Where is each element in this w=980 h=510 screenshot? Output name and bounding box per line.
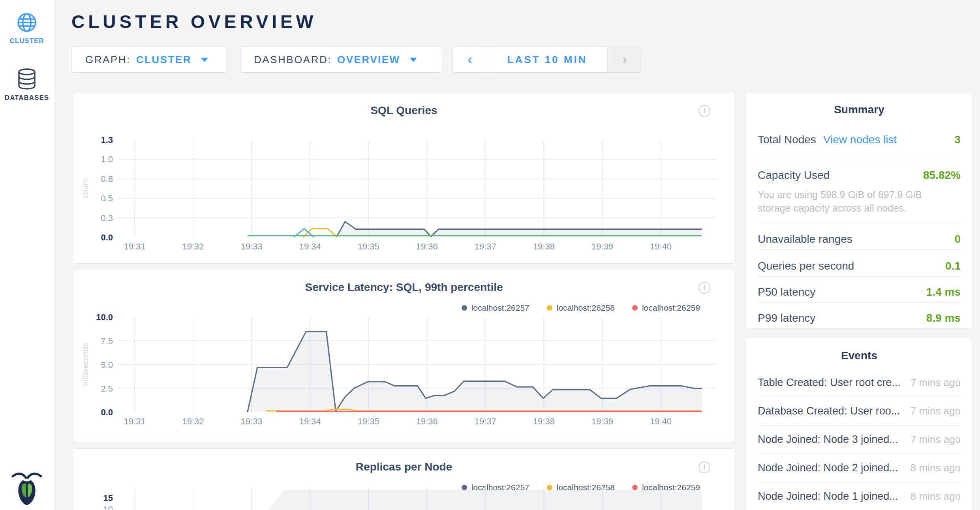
event-time: 7 mins ago	[903, 405, 961, 417]
divider	[758, 158, 961, 158]
summary-panel: Summary Total Nodes View nodes list 3 Ca…	[745, 92, 973, 329]
event-text: Node Joined: Node 1 joined...	[758, 490, 898, 502]
capacity-subtext: You are using 598.9 GiB of 697.9 GiB sto…	[758, 188, 943, 215]
svg-text:19:35: 19:35	[358, 416, 379, 426]
time-range-selector: ‹ LAST 10 MIN ›	[452, 47, 642, 73]
event-row[interactable]: Node Joined: Node 3 joined... 7 mins ago	[758, 425, 961, 454]
sidebar: CLUSTER DATABASES	[0, 0, 54, 510]
summary-row-p50: P50 latency 1.4 ms	[758, 283, 961, 302]
svg-text:19:34: 19:34	[299, 242, 321, 251]
svg-text:0.0: 0.0	[101, 232, 113, 242]
svg-text:0.5: 0.5	[101, 193, 113, 203]
event-text: Database Created: User roo...	[758, 405, 900, 417]
cockroach-bug-icon	[11, 471, 42, 505]
sidebar-item-cluster[interactable]: CLUSTER	[0, 12, 54, 45]
database-icon	[16, 68, 38, 90]
svg-text:10: 10	[103, 504, 113, 510]
event-row[interactable]: Node Joined: Node 2 joined... 8 mins ago	[758, 454, 961, 482]
graph-dropdown-value: CLUSTER	[136, 54, 191, 66]
time-range-button[interactable]: LAST 10 MIN	[487, 47, 608, 72]
summary-row-total-nodes: Total Nodes View nodes list 3	[758, 130, 961, 149]
replicas-per-node-panel: Replicas per Node ! localhost:26257 loca…	[73, 448, 735, 510]
svg-text:19:34: 19:34	[299, 416, 321, 426]
globe-icon	[16, 12, 38, 33]
dashboard-dropdown[interactable]: DASHBOARD: OVERVIEW	[240, 47, 442, 73]
svg-text:19:32: 19:32	[182, 416, 204, 426]
svg-text:milliseconds: milliseconds	[81, 343, 90, 386]
sidebar-item-label: DATABASES	[0, 94, 54, 102]
svg-text:5.0: 5.0	[101, 360, 113, 370]
svg-text:19:38: 19:38	[533, 242, 555, 251]
event-row[interactable]: Database Created: User roo... 7 mins ago	[758, 397, 961, 425]
replicas-per-node-chart: 1015	[73, 449, 736, 510]
event-time: 8 mins ago	[903, 490, 961, 502]
svg-text:19:36: 19:36	[416, 416, 438, 426]
svg-text:0.3: 0.3	[101, 213, 113, 223]
summary-row-label: Total Nodes	[758, 133, 816, 146]
event-time: 7 mins ago	[903, 377, 961, 389]
graph-dropdown[interactable]: GRAPH: CLUSTER	[71, 47, 227, 73]
svg-text:7.5: 7.5	[101, 336, 113, 346]
summary-row-qps: Queries per second 0.1	[758, 257, 961, 276]
dashboard-dropdown-label: DASHBOARD:	[254, 54, 332, 66]
svg-text:19:40: 19:40	[650, 242, 672, 251]
svg-text:19:32: 19:32	[182, 242, 204, 251]
svg-text:19:36: 19:36	[416, 242, 438, 251]
svg-text:19:33: 19:33	[241, 242, 263, 251]
service-latency-chart: 0.02.55.07.510.019:3119:3219:3319:3419:3…	[73, 269, 736, 442]
summary-row-label: Capacity Used	[758, 169, 830, 182]
time-prev-button[interactable]: ‹	[453, 47, 487, 72]
summary-row-label: Unavailable ranges	[758, 233, 852, 246]
event-text: Node Joined: Node 3 joined...	[758, 433, 898, 446]
summary-row-label: P50 latency	[758, 286, 815, 298]
svg-text:19:39: 19:39	[591, 242, 613, 251]
event-text: Node Joined: Node 2 joined...	[758, 462, 898, 474]
svg-text:count: count	[81, 179, 90, 198]
event-row[interactable]: Table Created: User root cre... 7 mins a…	[758, 368, 961, 397]
summary-row-label: P99 latency	[758, 312, 815, 324]
svg-text:19:31: 19:31	[124, 242, 145, 251]
dashboard-dropdown-value: OVERVIEW	[337, 54, 400, 66]
event-text: Table Created: User root cre...	[758, 377, 901, 389]
divider	[758, 249, 961, 250]
sql-queries-chart: 0.00.30.50.81.01.319:3119:3219:3319:3419…	[73, 92, 736, 264]
svg-text:19:33: 19:33	[241, 416, 263, 426]
graph-dropdown-label: GRAPH:	[85, 54, 131, 66]
sidebar-item-databases[interactable]: DATABASES	[0, 68, 54, 102]
divider	[758, 302, 961, 303]
divider	[758, 276, 961, 277]
cockroach-logo[interactable]	[0, 471, 54, 507]
svg-text:1.0: 1.0	[101, 154, 113, 164]
time-next-button[interactable]: ›	[608, 47, 642, 72]
summary-row-value: 85.82%	[923, 169, 961, 182]
svg-text:19:35: 19:35	[358, 242, 379, 251]
svg-text:2.5: 2.5	[101, 384, 113, 394]
svg-text:0.8: 0.8	[101, 174, 113, 184]
summary-row-value: 8.9 ms	[926, 312, 961, 324]
summary-row-label: Queries per second	[758, 260, 854, 272]
summary-row-capacity: Capacity Used 85.82%	[758, 166, 961, 185]
chevron-down-icon	[410, 58, 417, 62]
svg-text:15: 15	[103, 493, 113, 503]
event-row[interactable]: Node Joined: Node 1 joined... 8 mins ago	[758, 482, 961, 510]
events-panel: Events Table Created: User root cre... 7…	[745, 338, 973, 510]
view-nodes-list-link[interactable]: View nodes list	[823, 133, 897, 146]
svg-text:10.0: 10.0	[96, 312, 113, 322]
summary-row-p99: P99 latency 8.9 ms	[758, 309, 961, 328]
page-title: CLUSTER OVERVIEW	[71, 11, 317, 32]
svg-text:19:38: 19:38	[533, 416, 555, 426]
sql-queries-panel: SQL Queries ! 0.00.30.50.81.01.319:3119:…	[73, 92, 735, 263]
sidebar-item-label: CLUSTER	[0, 37, 54, 45]
summary-row-value: 0.1	[945, 260, 961, 272]
svg-text:19:37: 19:37	[475, 242, 496, 251]
svg-text:19:40: 19:40	[650, 416, 672, 426]
svg-text:19:39: 19:39	[591, 416, 613, 426]
svg-text:19:31: 19:31	[124, 416, 145, 426]
summary-title: Summary	[746, 103, 972, 116]
divider	[758, 223, 961, 223]
chevron-down-icon	[201, 58, 208, 62]
events-title: Events	[746, 349, 972, 362]
svg-text:19:37: 19:37	[475, 416, 496, 426]
summary-row-value: 3	[954, 133, 961, 146]
summary-row-unavailable-ranges: Unavailable ranges 0	[758, 230, 961, 249]
